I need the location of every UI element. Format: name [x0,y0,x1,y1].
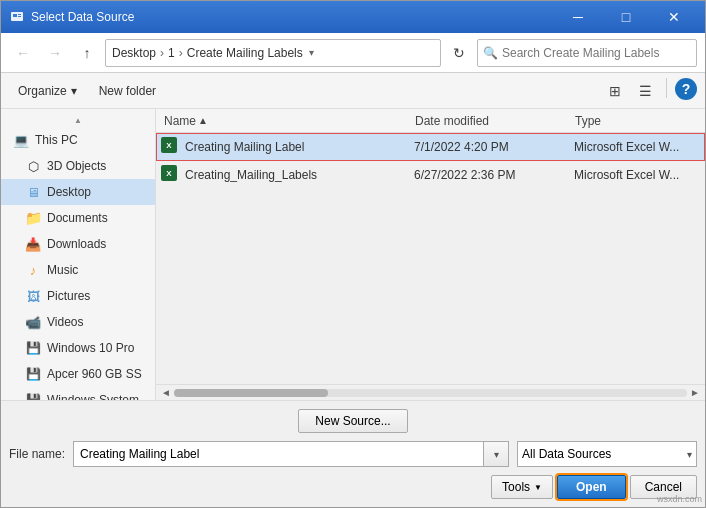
select-data-source-window: Select Data Source ─ □ ✕ ← → ↑ Desktop ›… [0,0,706,508]
view-list-button[interactable]: ☰ [632,78,658,104]
actions-row: Tools ▼ Open Cancel [9,475,697,499]
new-source-button[interactable]: New Source... [298,409,407,433]
sidebar-item-documents[interactable]: 📁 Documents [1,205,155,231]
maximize-button[interactable]: □ [603,1,649,33]
new-folder-button[interactable]: New folder [90,78,165,104]
sidebar-item-desktop[interactable]: 🖥 Desktop [1,179,155,205]
sidebar-item-3d-objects[interactable]: ⬡ 3D Objects [1,153,155,179]
window-title: Select Data Source [31,10,555,24]
file-list-header: Name ▲ Date modified Type [156,109,705,133]
table-row[interactable]: X Creating_Mailing_Labels 6/27/2022 2:36… [156,161,705,189]
sidebar-item-windows10[interactable]: 💾 Windows 10 Pro [1,335,155,361]
sidebar-item-pictures[interactable]: 🖼 Pictures [1,283,155,309]
tools-button[interactable]: Tools ▼ [491,475,553,499]
excel-icon-1: X [161,137,181,157]
view-grid-button[interactable]: ⊞ [602,78,628,104]
window-icon [9,9,25,25]
downloads-folder-icon: 📥 [25,236,41,252]
hscroll-left-button[interactable]: ◄ [158,385,174,401]
filetype-select[interactable]: All Data Sources ▾ [517,441,697,467]
hscroll-track[interactable] [174,389,687,397]
sidebar-item-windows-system[interactable]: 💾 Windows System [1,387,155,400]
column-name[interactable]: Name ▲ [160,114,411,128]
windows10-drive-icon: 💾 [25,340,41,356]
watermark: wsxdn.com [657,494,702,504]
column-type[interactable]: Type [571,114,701,128]
back-button[interactable]: ← [9,39,37,67]
toolbar-view-buttons: ⊞ ☰ ? [602,78,697,104]
column-date-modified[interactable]: Date modified [411,114,571,128]
sidebar-item-apcer[interactable]: 💾 Apcer 960 GB SS [1,361,155,387]
hscroll-thumb[interactable] [174,389,328,397]
minimize-button[interactable]: ─ [555,1,601,33]
videos-icon: 📹 [25,314,41,330]
organize-button[interactable]: Organize ▾ [9,78,86,104]
toolbar-separator [666,78,667,98]
filename-input[interactable] [73,441,483,467]
file-list: Name ▲ Date modified Type X [156,109,705,384]
search-wrapper: 🔍 [477,39,697,67]
hscroll-right-button[interactable]: ► [687,385,703,401]
sidebar-item-this-pc[interactable]: 💻 This PC [1,127,155,153]
search-input[interactable] [477,39,697,67]
filename-row: File name: ▾ All Data Sources ▾ [9,441,697,467]
main-content: ▲ 💻 This PC ⬡ 3D Objects 🖥 Desktop 📁 Doc… [1,109,705,400]
filename-label: File name: [9,447,65,461]
file-items: X Creating Mailing Label 7/1/2022 4:20 P… [156,133,705,384]
title-bar: Select Data Source ─ □ ✕ [1,1,705,33]
filename-input-wrapper: ▾ [73,441,509,467]
forward-button[interactable]: → [41,39,69,67]
desktop-icon: 🖥 [25,184,41,200]
up-button[interactable]: ↑ [73,39,101,67]
music-icon: ♪ [25,262,41,278]
breadcrumb[interactable]: Desktop › 1 › Create Mailing Labels ▾ [105,39,441,67]
horizontal-scrollbar[interactable]: ◄ ► [156,384,705,400]
sidebar: ▲ 💻 This PC ⬡ 3D Objects 🖥 Desktop 📁 Doc… [1,109,156,400]
excel-icon-2: X [161,165,181,185]
close-button[interactable]: ✕ [651,1,697,33]
sidebar-item-videos[interactable]: 📹 Videos [1,309,155,335]
address-bar: ← → ↑ Desktop › 1 › Create Mailing Label… [1,33,705,73]
3d-objects-icon: ⬡ [25,158,41,174]
sidebar-item-downloads[interactable]: 📥 Downloads [1,231,155,257]
svg-rect-3 [18,16,21,17]
table-row[interactable]: X Creating Mailing Label 7/1/2022 4:20 P… [156,133,705,161]
open-button[interactable]: Open [557,475,626,499]
refresh-button[interactable]: ↻ [445,39,473,67]
file-area: Name ▲ Date modified Type X [156,109,705,400]
toolbar: Organize ▾ New folder ⊞ ☰ ? [1,73,705,109]
help-button[interactable]: ? [675,78,697,100]
sidebar-scroll-up[interactable]: ▲ [1,113,155,127]
pc-icon: 💻 [13,132,29,148]
documents-folder-icon: 📁 [25,210,41,226]
filename-dropdown-button[interactable]: ▾ [483,441,509,467]
sidebar-item-music[interactable]: ♪ Music [1,257,155,283]
pictures-icon: 🖼 [25,288,41,304]
apcer-drive-icon: 💾 [25,366,41,382]
title-bar-buttons: ─ □ ✕ [555,1,697,33]
svg-rect-2 [18,14,21,15]
new-source-row: New Source... [9,409,697,433]
bottom-area: New Source... File name: ▾ All Data Sour… [1,400,705,507]
svg-rect-1 [13,14,17,17]
windows-system-drive-icon: 💾 [25,392,41,400]
breadcrumb-part1: Desktop › 1 › Create Mailing Labels ▾ [112,46,314,60]
